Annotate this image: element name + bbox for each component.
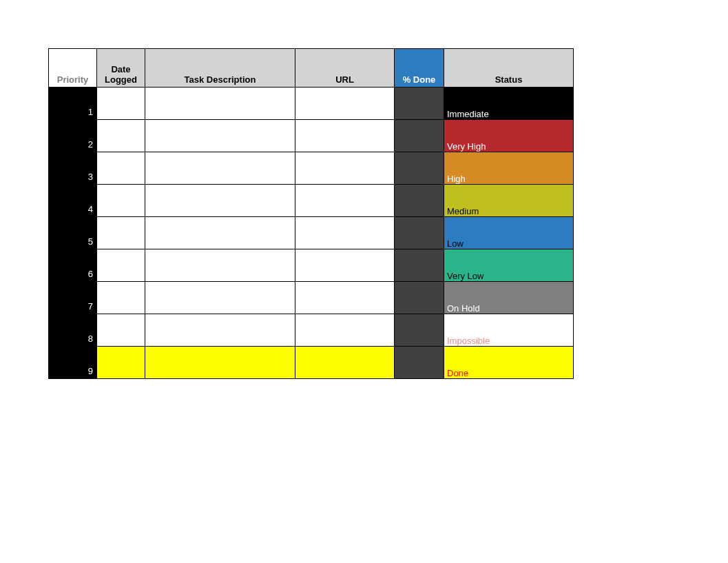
url-cell[interactable] (295, 120, 395, 152)
url-cell[interactable] (295, 314, 395, 347)
table-row[interactable]: 1Immediate (49, 88, 574, 120)
priority-cell[interactable]: 1 (49, 88, 97, 120)
pct-done-cell[interactable] (395, 152, 444, 185)
task-description-cell[interactable] (145, 152, 295, 185)
date-logged-cell[interactable] (97, 249, 145, 282)
status-cell[interactable]: Immediate (444, 88, 574, 120)
table-row[interactable]: 4Medium (49, 185, 574, 217)
task-description-cell[interactable] (145, 282, 295, 314)
date-logged-cell[interactable] (97, 152, 145, 185)
status-cell[interactable]: Medium (444, 185, 574, 217)
url-cell[interactable] (295, 185, 395, 217)
table-row[interactable]: 9Done (49, 347, 574, 379)
status-cell[interactable]: Very High (444, 120, 574, 152)
task-description-cell[interactable] (145, 88, 295, 120)
task-description-cell[interactable] (145, 217, 295, 249)
table-body: 1Immediate2Very High3High4Medium5Low6Ver… (49, 88, 574, 379)
header-task-description: Task Description (145, 49, 295, 88)
pct-done-cell[interactable] (395, 249, 444, 282)
header-row: Priority Date Logged Task Description UR… (49, 49, 574, 88)
pct-done-cell[interactable] (395, 314, 444, 347)
status-cell[interactable]: On Hold (444, 282, 574, 314)
priority-cell[interactable]: 5 (49, 217, 97, 249)
table-row[interactable]: 3High (49, 152, 574, 185)
pct-done-cell[interactable] (395, 185, 444, 217)
task-description-cell[interactable] (145, 249, 295, 282)
header-status: Status (444, 49, 574, 88)
status-cell[interactable]: High (444, 152, 574, 185)
table-row[interactable]: 2Very High (49, 120, 574, 152)
status-cell[interactable]: Low (444, 217, 574, 249)
header-pct-done: % Done (395, 49, 444, 88)
date-logged-cell[interactable] (97, 314, 145, 347)
priority-cell[interactable]: 6 (49, 249, 97, 282)
table-row[interactable]: 6Very Low (49, 249, 574, 282)
url-cell[interactable] (295, 88, 395, 120)
status-cell[interactable]: Done (444, 347, 574, 379)
url-cell[interactable] (295, 249, 395, 282)
task-description-cell[interactable] (145, 314, 295, 347)
date-logged-cell[interactable] (97, 88, 145, 120)
date-logged-cell[interactable] (97, 185, 145, 217)
task-table: Priority Date Logged Task Description UR… (48, 48, 574, 379)
url-cell[interactable] (295, 152, 395, 185)
date-logged-cell[interactable] (97, 120, 145, 152)
pct-done-cell[interactable] (395, 347, 444, 379)
task-description-cell[interactable] (145, 120, 295, 152)
pct-done-cell[interactable] (395, 120, 444, 152)
header-url: URL (295, 49, 395, 88)
priority-cell[interactable]: 2 (49, 120, 97, 152)
pct-done-cell[interactable] (395, 88, 444, 120)
url-cell[interactable] (295, 282, 395, 314)
task-description-cell[interactable] (145, 185, 295, 217)
url-cell[interactable] (295, 347, 395, 379)
priority-cell[interactable]: 4 (49, 185, 97, 217)
priority-cell[interactable]: 8 (49, 314, 97, 347)
pct-done-cell[interactable] (395, 217, 444, 249)
table-row[interactable]: 8Impossible (49, 314, 574, 347)
table-row[interactable]: 5Low (49, 217, 574, 249)
priority-cell[interactable]: 3 (49, 152, 97, 185)
url-cell[interactable] (295, 217, 395, 249)
priority-cell[interactable]: 9 (49, 347, 97, 379)
date-logged-cell[interactable] (97, 217, 145, 249)
table-row[interactable]: 7On Hold (49, 282, 574, 314)
status-cell[interactable]: Very Low (444, 249, 574, 282)
date-logged-cell[interactable] (97, 282, 145, 314)
pct-done-cell[interactable] (395, 282, 444, 314)
priority-cell[interactable]: 7 (49, 282, 97, 314)
header-date-logged: Date Logged (97, 49, 145, 88)
task-description-cell[interactable] (145, 347, 295, 379)
date-logged-cell[interactable] (97, 347, 145, 379)
header-priority: Priority (49, 49, 97, 88)
status-cell[interactable]: Impossible (444, 314, 574, 347)
